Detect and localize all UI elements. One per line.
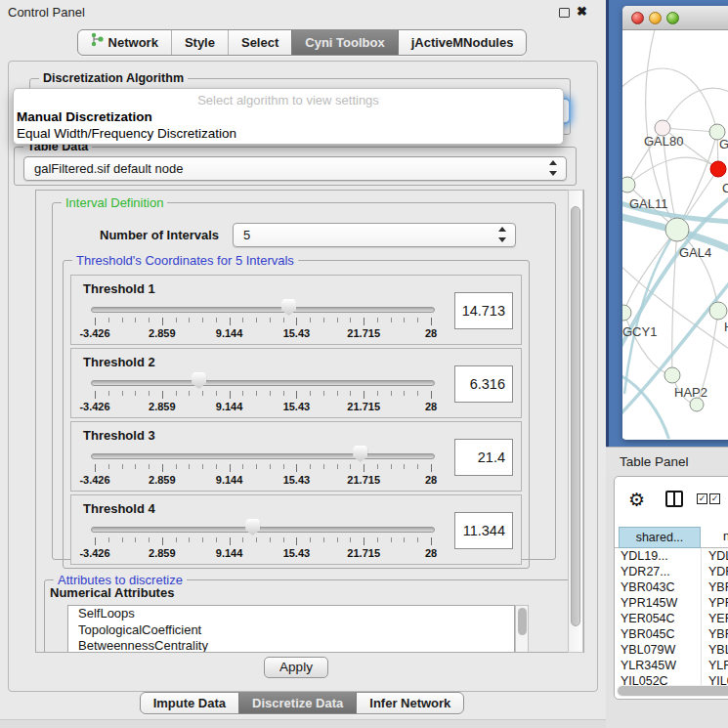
tab-infer-network[interactable]: Infer Network: [356, 693, 463, 713]
tick-mark: [377, 537, 378, 542]
slider-thumb[interactable]: [245, 519, 260, 535]
tick-mark: [417, 318, 418, 322]
scrollbar-thumb[interactable]: [618, 686, 728, 696]
node-label: GAL4: [679, 245, 711, 260]
gear-icon[interactable]: ⚙: [628, 489, 645, 510]
split-columns-icon[interactable]: [665, 491, 683, 507]
table-row[interactable]: YIL052CYIL0: [615, 673, 728, 685]
table-panel-card: ⚙ ✓ ✓ shared... na YDL19...YDL1YDR27...Y…: [614, 476, 728, 700]
tab-discretize-data[interactable]: Discretize Data: [238, 693, 356, 713]
minimize-button[interactable]: [649, 12, 662, 24]
tick-mark: [404, 391, 405, 396]
column-header-shared[interactable]: shared...: [619, 527, 701, 548]
column-header-name[interactable]: na: [701, 527, 728, 548]
float-window-icon[interactable]: [559, 8, 570, 18]
tick-mark: [216, 318, 217, 322]
tab-impute-data[interactable]: Impute Data: [141, 693, 238, 713]
top-tab-group: NetworkStyleSelectCyni ToolboxjActiveMNo…: [77, 29, 528, 56]
number-of-intervals-combobox[interactable]: 5: [233, 223, 516, 247]
list-item[interactable]: TopologicalCoefficient: [68, 622, 514, 639]
tick-mark: [417, 537, 418, 542]
close-button[interactable]: [631, 12, 644, 24]
threshold-value-field[interactable]: 11.344: [454, 512, 513, 549]
cell-shared-name: YER054C: [621, 611, 699, 626]
tick-mark: [350, 464, 351, 469]
tick-label: 2.859: [149, 327, 176, 339]
apply-button[interactable]: Apply: [264, 657, 328, 678]
network-node-red[interactable]: [710, 161, 726, 177]
tick-mark: [270, 464, 271, 469]
table-data-combobox[interactable]: galFiltered.sif default node: [23, 156, 567, 181]
table-horizontal-scrollbar[interactable]: [617, 685, 728, 697]
network-node-h[interactable]: [709, 302, 727, 320]
table-row[interactable]: YBL079WYBL0: [615, 642, 728, 658]
tick-label: 15.43: [283, 401, 311, 412]
number-of-intervals-label: Number of Intervals: [100, 228, 219, 242]
tick-mark: [135, 537, 136, 542]
table-row[interactable]: YPR145WYPR1: [615, 595, 728, 611]
column-divider: [701, 548, 702, 685]
tick-mark: [337, 318, 338, 322]
tab-style[interactable]: Style: [171, 30, 228, 55]
menu-item-equal-width-frequency[interactable]: Equal Width/Frequency Discretization: [14, 125, 563, 142]
tick-mark: [95, 391, 96, 399]
tick-mark: [108, 537, 109, 542]
panel-vertical-scrollbar[interactable]: [568, 190, 583, 653]
slider-thumb[interactable]: [353, 446, 367, 462]
network-node-gcy1[interactable]: [622, 305, 631, 321]
tab-network[interactable]: Network: [78, 30, 171, 55]
threshold-value-field[interactable]: 21.4: [454, 439, 513, 476]
scrollbar-thumb[interactable]: [518, 608, 527, 635]
tab-jactivemnodules[interactable]: jActiveMNodules: [398, 30, 527, 55]
threshold-value-field[interactable]: 14.713: [454, 292, 513, 329]
tick-mark: [202, 391, 203, 396]
tick-label: 9.144: [216, 474, 243, 486]
node-label: GAL80: [644, 134, 683, 149]
attribute-list-scrollbar[interactable]: [515, 605, 529, 653]
table-row[interactable]: YDR27...YDR2: [615, 564, 728, 579]
network-edge[interactable]: [622, 68, 717, 132]
table-row[interactable]: YBR045CYBR0: [615, 626, 728, 642]
network-window: GAL80GACGAL11GAL4GCY1HHAP2: [622, 6, 728, 440]
algorithm-dropdown-popup: Select algorithm to view settings Manual…: [13, 88, 564, 145]
slider-track[interactable]: [91, 380, 435, 386]
table-row[interactable]: YDL19...YDL1: [615, 548, 728, 564]
close-icon[interactable]: ✖: [577, 4, 587, 19]
list-item[interactable]: SelfLoops: [68, 606, 514, 622]
tab-cyni-toolbox[interactable]: Cyni Toolbox: [291, 30, 397, 55]
network-canvas[interactable]: GAL80GACGAL11GAL4GCY1HHAP2: [622, 30, 728, 439]
list-item[interactable]: BetweennessCentrality: [68, 638, 514, 653]
zoom-button[interactable]: [666, 12, 679, 24]
tick-mark: [242, 464, 243, 469]
table-row[interactable]: YLR345WYLR3: [615, 658, 728, 673]
slider-track[interactable]: [91, 453, 435, 459]
slider-track[interactable]: [91, 307, 435, 313]
tick-label: 9.144: [216, 547, 243, 559]
threshold-value-field[interactable]: 6.316: [454, 365, 513, 403]
slider-track[interactable]: [91, 527, 435, 533]
network-edge[interactable]: [663, 88, 728, 128]
slider-thumb[interactable]: [192, 372, 206, 389]
control-panel-titlebar: Control Panel ✖: [0, 0, 604, 23]
tick-mark: [202, 464, 203, 469]
network-node-hap2[interactable]: [664, 367, 680, 383]
tick-mark: [135, 391, 136, 396]
cell-shared-name: YDL19...: [621, 548, 699, 564]
network-node-bottom[interactable]: [690, 398, 704, 411]
tick-mark: [377, 464, 378, 469]
table-row[interactable]: YER054CYER0: [615, 611, 728, 626]
table-row[interactable]: YBR043CYBR0: [615, 579, 728, 595]
checkbox-checked-icon[interactable]: ✓: [697, 493, 707, 504]
network-node-gal4[interactable]: [665, 218, 689, 241]
menu-item-manual-discretization[interactable]: Manual Discretization: [14, 108, 563, 125]
cell-name: YBR0: [708, 626, 728, 642]
tab-label: Cyni Toolbox: [305, 30, 384, 55]
dropdown-placeholder: Select algorithm to view settings: [14, 92, 563, 108]
group-title: Discretization Algorithm: [39, 71, 188, 86]
network-node-gal11[interactable]: [622, 177, 635, 193]
tab-select[interactable]: Select: [228, 30, 291, 55]
checkbox-checked-icon[interactable]: ✓: [709, 493, 720, 504]
slider-thumb[interactable]: [281, 299, 296, 316]
scrollbar-thumb[interactable]: [571, 206, 580, 626]
tick-mark: [216, 537, 217, 542]
